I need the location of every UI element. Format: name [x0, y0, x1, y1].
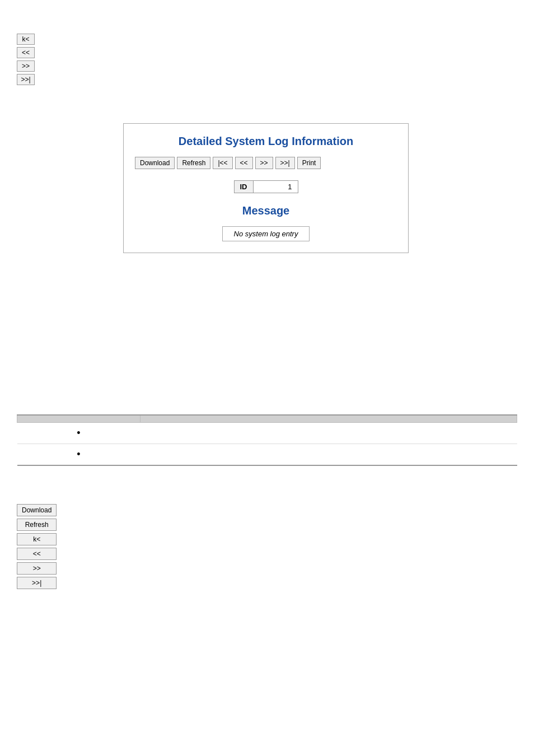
- bottom-prev-button[interactable]: <<: [17, 548, 57, 560]
- top-navigation: k< << >> >>|: [17, 34, 35, 85]
- message-title: Message: [135, 204, 397, 217]
- bottom-refresh-button[interactable]: Refresh: [17, 519, 57, 531]
- top-next-button[interactable]: >>: [17, 60, 35, 72]
- message-section: Message No system log entry: [135, 204, 397, 241]
- bottom-buttons: Download Refresh k< << >> >>|: [17, 504, 57, 589]
- bottom-first-button[interactable]: k<: [17, 533, 57, 545]
- first-button[interactable]: |<<: [213, 157, 232, 169]
- refresh-button[interactable]: Refresh: [177, 157, 210, 169]
- id-value: 1: [254, 180, 298, 193]
- row1-col1: •: [17, 423, 140, 444]
- col-header-2: [140, 415, 517, 423]
- col-header-1: [17, 415, 140, 423]
- bottom-last-button[interactable]: >>|: [17, 577, 57, 589]
- panel-title: Detailed System Log Information: [135, 135, 397, 148]
- bottom-download-button[interactable]: Download: [17, 504, 57, 516]
- id-label: ID: [234, 180, 254, 193]
- message-box: No system log entry: [222, 226, 310, 241]
- row1-col2: [140, 423, 517, 444]
- download-button[interactable]: Download: [135, 157, 175, 169]
- top-first-button[interactable]: k<: [17, 34, 35, 45]
- id-row: ID 1: [135, 180, 397, 193]
- table-section: • •: [17, 414, 517, 466]
- data-table: • •: [17, 414, 517, 466]
- prev-button[interactable]: <<: [235, 157, 253, 169]
- row2-col1: •: [17, 444, 140, 466]
- system-log-panel: Detailed System Log Information Download…: [123, 123, 409, 253]
- last-button[interactable]: >>|: [275, 157, 295, 169]
- top-last-button[interactable]: >>|: [17, 74, 35, 85]
- print-button[interactable]: Print: [297, 157, 321, 169]
- top-prev-button[interactable]: <<: [17, 47, 35, 58]
- bottom-next-button[interactable]: >>: [17, 562, 57, 575]
- table-row: •: [17, 444, 517, 466]
- next-button[interactable]: >>: [255, 157, 273, 169]
- row2-col2: [140, 444, 517, 466]
- panel-toolbar: Download Refresh |<< << >> >>| Print: [135, 157, 397, 169]
- table-row: •: [17, 423, 517, 444]
